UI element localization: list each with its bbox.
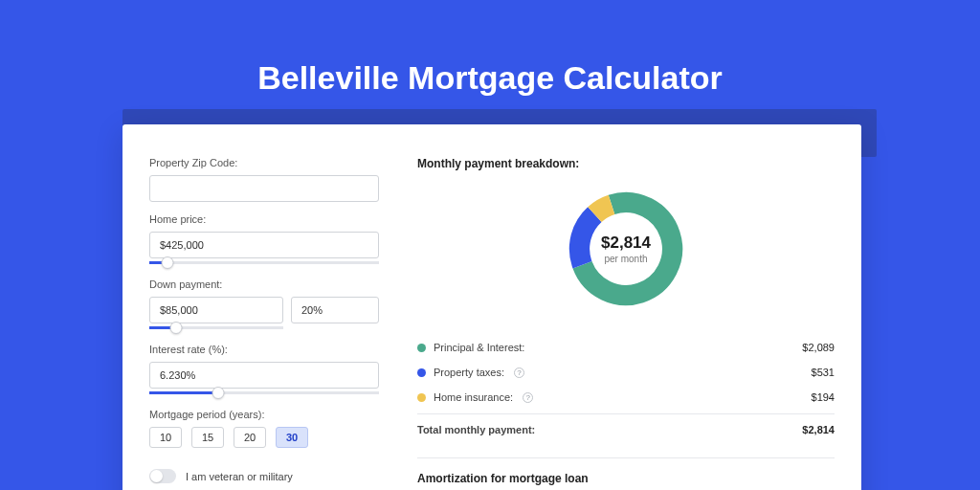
info-icon[interactable]: ? bbox=[514, 368, 524, 378]
breakdown-item-value: $194 bbox=[812, 391, 835, 403]
interest-rate-label: Interest rate (%): bbox=[149, 344, 379, 355]
donut-sub: per month bbox=[604, 254, 647, 264]
down-payment-pct-input[interactable] bbox=[291, 297, 379, 323]
breakdown-title: Monthly payment breakdown: bbox=[417, 157, 835, 170]
interest-rate-input[interactable] bbox=[149, 362, 379, 389]
amortization-title: Amortization for mortgage loan bbox=[417, 472, 835, 485]
breakdown-row: Home insurance:?$194 bbox=[417, 385, 835, 410]
page-title: Belleville Mortgage Calculator bbox=[0, 0, 980, 118]
interest-rate-slider[interactable] bbox=[149, 388, 379, 397]
legend-dot bbox=[417, 368, 426, 377]
breakdown-item-value: $531 bbox=[812, 367, 835, 378]
veteran-toggle[interactable] bbox=[149, 469, 176, 483]
breakdown-item-label: Principal & Interest: bbox=[434, 342, 524, 353]
form-panel: Property Zip Code: Home price: Down paym… bbox=[149, 151, 379, 490]
breakdown-row: Property taxes:?$531 bbox=[417, 360, 835, 385]
breakdown-item-value: $2,089 bbox=[802, 342, 835, 353]
total-label: Total monthly payment: bbox=[417, 424, 535, 435]
down-payment-label: Down payment: bbox=[149, 278, 379, 290]
breakdown-item-label: Property taxes: bbox=[434, 367, 504, 378]
zip-input[interactable] bbox=[149, 175, 379, 202]
breakdown-row: Principal & Interest:$2,089 bbox=[417, 335, 835, 360]
down-payment-slider[interactable] bbox=[149, 323, 283, 332]
period-button-30[interactable]: 30 bbox=[276, 427, 308, 448]
breakdown-panel: Monthly payment breakdown: $2,814 per mo… bbox=[417, 151, 835, 490]
breakdown-item-label: Home insurance: bbox=[434, 391, 513, 403]
info-icon[interactable]: ? bbox=[523, 392, 533, 403]
legend-dot bbox=[417, 393, 426, 402]
period-buttons: 10152030 bbox=[149, 427, 379, 448]
home-price-label: Home price: bbox=[149, 213, 379, 225]
period-label: Mortgage period (years): bbox=[149, 409, 379, 420]
veteran-label: I am veteran or military bbox=[186, 471, 293, 482]
donut-amount: $2,814 bbox=[601, 234, 651, 253]
legend-dot bbox=[417, 344, 426, 352]
payment-donut-chart: $2,814 per month bbox=[565, 188, 687, 310]
period-button-15[interactable]: 15 bbox=[191, 427, 224, 448]
period-button-20[interactable]: 20 bbox=[234, 427, 266, 448]
down-payment-input[interactable] bbox=[149, 297, 283, 323]
home-price-slider[interactable] bbox=[149, 257, 379, 267]
calculator-card: Property Zip Code: Home price: Down paym… bbox=[122, 124, 861, 490]
zip-label: Property Zip Code: bbox=[149, 157, 379, 168]
period-button-10[interactable]: 10 bbox=[149, 427, 182, 448]
home-price-input[interactable] bbox=[149, 232, 379, 258]
total-value: $2,814 bbox=[802, 424, 835, 435]
